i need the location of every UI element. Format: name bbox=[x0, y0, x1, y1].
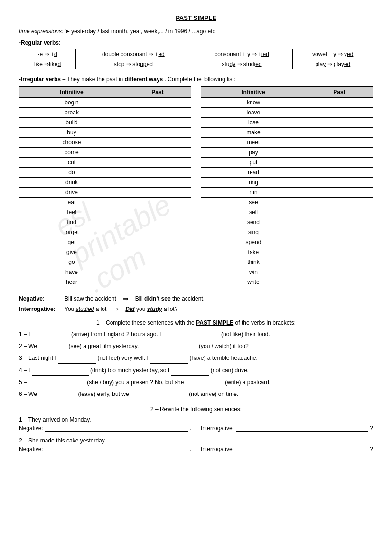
left-past-cell bbox=[124, 178, 191, 188]
right-infinitive-cell: see bbox=[201, 198, 306, 207]
left-infinitive-cell: forget bbox=[19, 227, 124, 237]
left-past-cell bbox=[124, 207, 191, 217]
interrogative-result: Did you study a lot? bbox=[125, 306, 177, 312]
reg-cell-1-2: double consonant ⇒ +ed bbox=[76, 49, 191, 59]
left-table-row: choose bbox=[19, 138, 191, 148]
interrogative-label-2: Interrogative: bbox=[201, 446, 234, 452]
right-infinitive-cell: think bbox=[201, 257, 306, 267]
reg-cell-1-1: -e ⇒ +d bbox=[19, 49, 76, 59]
right-past-cell bbox=[306, 128, 373, 138]
right-table-row: lose bbox=[201, 118, 373, 128]
blank bbox=[140, 342, 197, 351]
left-past-cell bbox=[124, 138, 191, 148]
left-past-cell bbox=[124, 98, 191, 108]
left-past-cell bbox=[124, 267, 191, 277]
reg-cell-1-4: vowel + y ⇒ yed bbox=[293, 49, 373, 59]
right-table-row: take bbox=[201, 247, 373, 257]
left-infinitive-cell: come bbox=[19, 148, 124, 158]
exercise1-line4: 4 – I (drink) too much yesterday, so I (… bbox=[19, 366, 373, 376]
right-infinitive-cell: meet bbox=[201, 138, 306, 148]
rewrite-row-2: Negative: . Interrogative: ? bbox=[19, 445, 373, 452]
irregular-intro: -Irregular verbs – They make the past in… bbox=[19, 76, 373, 83]
right-infinitive-cell: sing bbox=[201, 227, 306, 237]
left-table-row: drink bbox=[19, 178, 191, 188]
left-past-cell bbox=[124, 168, 191, 178]
rewrite-block-1: 1 – They arrived on Monday. Negative: . … bbox=[19, 416, 373, 432]
blank bbox=[32, 366, 89, 376]
right-infinitive-cell: win bbox=[201, 267, 306, 277]
interrogative-label: Interrogative: bbox=[19, 306, 62, 312]
regular-verbs-title: -Regular verbs: bbox=[19, 39, 373, 46]
answer-line bbox=[45, 424, 188, 432]
left-table-row: come bbox=[19, 148, 191, 158]
right-table-row: write bbox=[201, 277, 373, 287]
right-table-row: sell bbox=[201, 207, 373, 217]
left-table-row: build bbox=[19, 118, 191, 128]
right-past-cell bbox=[306, 118, 373, 128]
left-infinitive-cell: drive bbox=[19, 188, 124, 198]
left-past-cell bbox=[124, 198, 191, 207]
left-infinitive-cell: give bbox=[19, 247, 124, 257]
left-past-cell bbox=[124, 257, 191, 267]
negative-arrow: ⇒ bbox=[123, 295, 129, 302]
left-past-cell bbox=[124, 148, 191, 158]
irregular-right-table: Infinitive Past knowleavelosemakemeetpay… bbox=[201, 86, 373, 287]
rewrite-sentence-1: 1 – They arrived on Monday. bbox=[19, 416, 373, 423]
exercise1-bold: PAST SIMPLE bbox=[196, 320, 233, 326]
right-table-row: read bbox=[201, 168, 373, 178]
exercise1-line3: 3 – Last night I (not feel) very well. I… bbox=[19, 354, 373, 363]
left-infinitive-cell: drink bbox=[19, 178, 124, 188]
left-table-row: do bbox=[19, 168, 191, 178]
left-infinitive-cell: build bbox=[19, 118, 124, 128]
left-infinitive-cell: feel bbox=[19, 207, 124, 217]
right-infinitive-cell: run bbox=[201, 188, 306, 198]
left-past-cell bbox=[124, 247, 191, 257]
right-past-cell bbox=[306, 138, 373, 148]
right-table-row: put bbox=[201, 158, 373, 168]
left-past-cell bbox=[124, 158, 191, 168]
right-past-cell bbox=[306, 188, 373, 198]
right-infinitive-cell: lose bbox=[201, 118, 306, 128]
left-infinitive-cell: choose bbox=[19, 138, 124, 148]
left-table-row: drive bbox=[19, 188, 191, 198]
left-header-past: Past bbox=[124, 87, 191, 98]
negative-example: Bill saw the accident bbox=[65, 295, 116, 302]
blank bbox=[32, 330, 70, 339]
right-infinitive-cell: send bbox=[201, 217, 306, 227]
right-infinitive-cell: spend bbox=[201, 237, 306, 247]
right-header-infinitive: Infinitive bbox=[201, 87, 306, 98]
left-past-cell bbox=[124, 118, 191, 128]
rewrite-sentence-2: 2 – She made this cake yesterday. bbox=[19, 437, 373, 444]
interrogative-label-1: Interrogative: bbox=[201, 425, 234, 432]
right-infinitive-cell: read bbox=[201, 168, 306, 178]
left-infinitive-cell: buy bbox=[19, 128, 124, 138]
left-infinitive-cell: go bbox=[19, 257, 124, 267]
right-table-row: leave bbox=[201, 108, 373, 118]
irregular-diff: different ways bbox=[125, 76, 163, 83]
negative-result: Bill didn't see the accident. bbox=[135, 295, 205, 302]
left-table-row: get bbox=[19, 237, 191, 247]
left-table-row: give bbox=[19, 247, 191, 257]
left-infinitive-cell: do bbox=[19, 168, 124, 178]
irregular-left-table: Infinitive Past beginbreakbuildbuychoose… bbox=[19, 86, 191, 287]
reg-cell-2-4: play ⇒ played bbox=[293, 59, 373, 69]
right-table-row: win bbox=[201, 267, 373, 277]
left-past-cell bbox=[124, 217, 191, 227]
exercise1-section: 1 – Complete these sentences with the PA… bbox=[19, 320, 373, 399]
time-expressions-content: ➤ yesterday / last month, year, week,...… bbox=[65, 28, 215, 35]
right-past-cell bbox=[306, 207, 373, 217]
right-infinitive-cell: know bbox=[201, 98, 306, 108]
left-infinitive-cell: eat bbox=[19, 198, 124, 207]
left-infinitive-cell: begin bbox=[19, 98, 124, 108]
answer-line bbox=[236, 445, 368, 452]
rewrite-negative-2: Negative: . bbox=[19, 445, 191, 452]
page-title: PAST SIMPLE bbox=[19, 14, 373, 21]
regular-verbs-table: -e ⇒ +d double consonant ⇒ +ed consonant… bbox=[19, 49, 373, 69]
left-header-infinitive: Infinitive bbox=[19, 87, 124, 98]
interrogative-example: You studied a lot bbox=[65, 306, 106, 312]
right-past-cell bbox=[306, 158, 373, 168]
negative-label-2: Negative: bbox=[19, 446, 43, 452]
right-infinitive-cell: write bbox=[201, 277, 306, 287]
left-infinitive-cell: hear bbox=[19, 277, 124, 287]
left-table-row: find bbox=[19, 217, 191, 227]
